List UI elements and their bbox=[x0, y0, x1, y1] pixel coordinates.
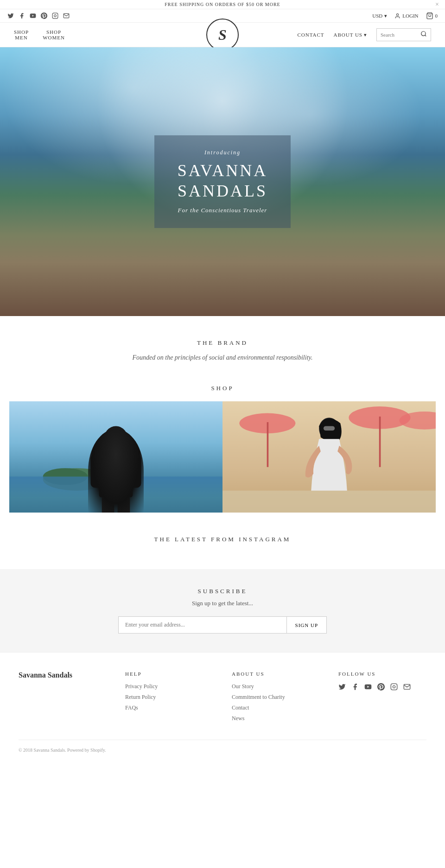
footer-help-title: HELP bbox=[125, 671, 213, 677]
shop-men-image[interactable] bbox=[9, 401, 222, 513]
svg-rect-19 bbox=[267, 422, 269, 467]
pinterest-icon-top[interactable] bbox=[41, 13, 47, 19]
subscribe-title: SUBSCRIBE bbox=[9, 588, 436, 595]
hero-title: SAVANNA SANDALS bbox=[178, 161, 268, 201]
footer-social-icons bbox=[338, 683, 426, 692]
svg-rect-15 bbox=[102, 496, 114, 513]
footer-faqs-link[interactable]: FAQs bbox=[125, 704, 213, 711]
svg-rect-1 bbox=[52, 13, 58, 19]
svg-rect-25 bbox=[324, 426, 335, 431]
email-input[interactable] bbox=[118, 616, 286, 634]
footer-twitter-icon[interactable] bbox=[338, 683, 346, 692]
sign-up-button[interactable]: SIGN UP bbox=[286, 616, 327, 634]
footer: Savanna Sandals HELP Privacy Policy Retu… bbox=[0, 652, 445, 762]
footer-follow-title: FOLLOW US bbox=[338, 671, 426, 677]
contact-nav[interactable]: CONTACT bbox=[297, 32, 324, 38]
search-box[interactable] bbox=[376, 28, 431, 41]
announcement-text: FREE SHIPPING ON ORDERS OF $50 OR MORE bbox=[165, 2, 280, 7]
footer-contact-link[interactable]: Contact bbox=[232, 704, 320, 711]
svg-line-6 bbox=[425, 35, 426, 37]
facebook-icon-top[interactable] bbox=[19, 13, 25, 19]
shop-women-nav[interactable]: SHOP WOMEN bbox=[43, 29, 65, 40]
svg-point-11 bbox=[103, 426, 128, 454]
shop-men-nav[interactable]: SHOP MEN bbox=[14, 29, 29, 40]
footer-brand: Savanna Sandals bbox=[19, 671, 107, 726]
brand-section-title: THE BRAND bbox=[9, 339, 436, 347]
utility-right: USD ▾ LOGIN 0 bbox=[372, 12, 438, 19]
footer-follow-col: FOLLOW US bbox=[338, 671, 426, 726]
search-icon[interactable] bbox=[420, 31, 427, 39]
svg-rect-12 bbox=[99, 452, 133, 497]
svg-rect-23 bbox=[222, 491, 436, 513]
footer-top: Savanna Sandals HELP Privacy Policy Retu… bbox=[19, 671, 426, 726]
announcement-bar: FREE SHIPPING ON ORDERS OF $50 OR MORE × bbox=[0, 0, 445, 9]
social-icons-top bbox=[7, 13, 70, 19]
footer-about-col: ABOUT US Our Story Commitment to Charity… bbox=[232, 671, 320, 726]
logo[interactable]: S bbox=[206, 19, 239, 51]
email-icon-top[interactable] bbox=[63, 13, 70, 19]
brand-section: THE BRAND Founded on the principles of s… bbox=[0, 316, 445, 375]
shop-section-title: SHOP bbox=[9, 385, 436, 392]
cart-icon-wrapper[interactable]: 0 bbox=[426, 12, 438, 19]
close-announcement-button[interactable]: × bbox=[435, 1, 439, 8]
footer-charity-link[interactable]: Commitment to Charity bbox=[232, 694, 320, 701]
search-input[interactable] bbox=[381, 32, 418, 38]
nav-left: SHOP MEN SHOP WOMEN bbox=[14, 29, 65, 40]
svg-point-3 bbox=[397, 13, 399, 15]
instagram-title: THE LATEST FROM INSTAGRAM bbox=[9, 536, 436, 543]
twitter-icon-top[interactable] bbox=[7, 13, 14, 19]
hero-section: Introducing SAVANNA SANDALS For the Cons… bbox=[0, 47, 445, 316]
svg-rect-13 bbox=[91, 454, 102, 488]
shop-women-image[interactable] bbox=[222, 401, 436, 513]
main-header: SHOP MEN SHOP WOMEN S CONTACT ABOUT US ▾ bbox=[0, 23, 445, 47]
subscribe-subtitle: Sign up to get the latest... bbox=[9, 600, 436, 607]
hero-subtitle: For the Conscientious Traveler bbox=[178, 207, 268, 214]
footer-help-col: HELP Privacy Policy Return Policy FAQs bbox=[125, 671, 213, 726]
svg-rect-27 bbox=[391, 684, 397, 690]
svg-rect-16 bbox=[118, 496, 130, 513]
svg-point-5 bbox=[421, 32, 426, 36]
footer-story-link[interactable]: Our Story bbox=[232, 683, 320, 690]
svg-rect-10 bbox=[9, 476, 222, 513]
footer-facebook-icon[interactable] bbox=[351, 683, 359, 692]
about-us-nav[interactable]: ABOUT US ▾ bbox=[333, 32, 367, 38]
footer-return-link[interactable]: Return Policy bbox=[125, 694, 213, 701]
footer-brand-name: Savanna Sandals bbox=[19, 671, 107, 679]
footer-copyright: © 2018 Savanna Sandals. Powered by Shopi… bbox=[19, 748, 106, 753]
shop-images bbox=[9, 401, 436, 513]
login-link[interactable]: LOGIN bbox=[394, 13, 418, 19]
youtube-icon-top[interactable] bbox=[30, 13, 36, 19]
footer-pinterest-icon[interactable] bbox=[377, 683, 385, 692]
svg-rect-14 bbox=[130, 454, 141, 488]
instagram-section: THE LATEST FROM INSTAGRAM bbox=[0, 513, 445, 564]
brand-tagline: Founded on the principles of social and … bbox=[9, 354, 436, 361]
currency-selector[interactable]: USD ▾ bbox=[372, 13, 387, 19]
subscribe-form: SIGN UP bbox=[118, 616, 327, 634]
hero-overlay: Introducing SAVANNA SANDALS For the Cons… bbox=[154, 135, 291, 228]
footer-youtube-icon[interactable] bbox=[364, 683, 372, 692]
instagram-icon-top[interactable] bbox=[52, 13, 58, 19]
footer-instagram-icon[interactable] bbox=[390, 683, 398, 692]
subscribe-section: SUBSCRIBE Sign up to get the latest... S… bbox=[0, 569, 445, 652]
shop-section: SHOP bbox=[0, 375, 445, 513]
footer-about-title: ABOUT US bbox=[232, 671, 320, 677]
hero-intro-text: Introducing bbox=[178, 149, 268, 156]
svg-rect-21 bbox=[379, 417, 381, 467]
footer-email-icon[interactable] bbox=[403, 683, 411, 692]
footer-news-link[interactable]: News bbox=[232, 715, 320, 722]
footer-privacy-link[interactable]: Privacy Policy bbox=[125, 683, 213, 690]
nav-right: CONTACT ABOUT US ▾ bbox=[297, 28, 431, 41]
footer-bottom: © 2018 Savanna Sandals. Powered by Shopi… bbox=[19, 740, 426, 753]
